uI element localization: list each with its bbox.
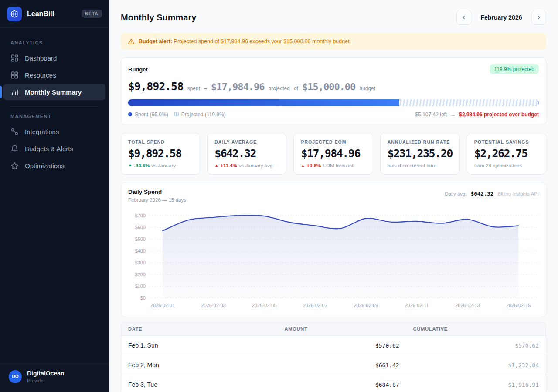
section-management-label: MANAGEMENT	[10, 114, 99, 119]
bell-icon	[10, 145, 19, 153]
projected-amount: $17,984.96	[211, 81, 264, 92]
sidebar-item-label: Resources	[25, 71, 56, 79]
beta-badge: BETA	[82, 10, 102, 18]
chart-source: Billing Insights API	[497, 191, 539, 196]
over-budget-text: $2,984.96 projected over budget	[459, 112, 539, 118]
stat-label: PROJECTED EOM	[301, 139, 365, 145]
next-month-button[interactable]	[531, 10, 546, 25]
current-month-label: February 2026	[477, 14, 525, 21]
stat-label: ANNUALIZED RUN RATE	[388, 139, 453, 145]
sidebar-item-integrations[interactable]: Integrations	[3, 123, 105, 140]
svg-text:2026-02-15: 2026-02-15	[506, 303, 531, 308]
chart-area	[163, 215, 518, 298]
up-arrow-icon: ▲	[301, 163, 305, 168]
budget-alert-banner: Budget alert: Projected spend of $17,984…	[121, 33, 546, 50]
svg-text:2026-02-03: 2026-02-03	[201, 303, 225, 308]
column-header-date: DATE	[128, 326, 280, 331]
stat-suffix: vs January avg	[239, 163, 272, 168]
sidebar-item-monthly-summary[interactable]: Monthly Summary	[3, 84, 105, 100]
column-header-cumulative: CUMULATIVE	[399, 326, 539, 331]
stat-delta: +0.6%	[306, 163, 321, 168]
svg-text:2026-02-11: 2026-02-11	[405, 303, 429, 308]
stat-annualized-run-rate: ANNUALIZED RUN RATE $231,235.20 based on…	[380, 133, 460, 175]
projected-label: projected	[269, 85, 290, 91]
brand: LeanBill BETA	[0, 0, 109, 28]
warning-icon	[128, 38, 135, 45]
svg-text:2026-02-13: 2026-02-13	[455, 303, 480, 308]
sidebar-item-optimizations[interactable]: Optimizations	[3, 157, 105, 174]
svg-text:2026-02-05: 2026-02-05	[252, 303, 276, 308]
table-row[interactable]: Feb 3, Tue $684.87 $1,916.91	[121, 375, 546, 392]
sidebar-item-dashboard[interactable]: Dashboard	[3, 50, 105, 66]
provider-account[interactable]: DO DigitalOcean Provider	[0, 363, 109, 392]
prev-month-button[interactable]	[456, 10, 471, 25]
page-title: Monthly Summary	[121, 13, 456, 23]
stat-suffix: EOM forecast	[323, 163, 353, 168]
svg-text:$500: $500	[135, 237, 146, 242]
cell-amount: $661.42	[280, 362, 399, 368]
up-arrow-icon: ▲	[214, 163, 218, 168]
svg-text:2026-02-09: 2026-02-09	[354, 303, 378, 308]
stat-projected-eom: PROJECTED EOM $17,984.96 ▲+0.6%EOM forec…	[293, 133, 373, 175]
stat-potential-savings: POTENTIAL SAVINGS $2,262.75 from 28 opti…	[467, 133, 546, 175]
svg-text:$700: $700	[135, 213, 146, 218]
stat-label: TOTAL SPEND	[128, 139, 193, 145]
budget-progress-track	[128, 99, 539, 106]
chart-y-labels: $0$100$200$300$400$500$600$700	[135, 213, 146, 301]
daily-avg-label: Daily avg:	[445, 191, 467, 196]
daily-spend-table: DATE AMOUNT CUMULATIVE Feb 1, Sun $570.6…	[121, 322, 546, 392]
sidebar-item-label: Integrations	[25, 128, 59, 135]
daily-spend-card: Daily Spend February 2026 — 15 days Dail…	[121, 182, 546, 317]
avatar: DO	[9, 370, 22, 383]
daily-spend-chart: $0$100$200$300$400$500$600$700 2026-02-0…	[128, 203, 540, 312]
stat-delta: -44.6%	[134, 163, 150, 168]
sidebar-item-label: Dashboard	[25, 54, 57, 62]
spent-amount: $9,892.58	[128, 80, 183, 93]
svg-text:$0: $0	[140, 295, 146, 301]
stat-cards: TOTAL SPEND $9,892.58 ▼-44.6%vs January …	[121, 133, 546, 175]
cell-amount: $570.62	[280, 342, 399, 349]
projected-badge: 119.9% projected	[490, 64, 539, 74]
chart-subtitle: February 2026 — 15 days	[128, 197, 186, 203]
table-row[interactable]: Feb 1, Sun $570.62 $570.62	[121, 336, 546, 355]
sidebar-item-label: Monthly Summary	[25, 88, 82, 96]
cell-amount: $684.87	[280, 382, 399, 388]
sidebar-item-budgets-alerts[interactable]: Budgets & Alerts	[3, 140, 105, 157]
cell-date: Feb 2, Mon	[128, 362, 280, 368]
of-label: of	[294, 85, 298, 91]
bar-chart-icon	[10, 88, 19, 96]
svg-text:2026-02-01: 2026-02-01	[150, 303, 175, 308]
stat-value: $17,984.96	[301, 147, 365, 160]
budget-label: budget	[359, 85, 375, 91]
svg-text:$100: $100	[135, 284, 146, 289]
table-row[interactable]: Feb 2, Mon $661.42 $1,232.04	[121, 355, 546, 375]
stat-suffix: vs January	[151, 163, 176, 168]
chart-title: Daily Spend	[128, 189, 186, 195]
cell-cumulative: $1,232.04	[399, 362, 539, 368]
svg-text:$400: $400	[135, 248, 146, 253]
provider-role: Provider	[27, 378, 65, 383]
stat-delta: +11.4%	[220, 163, 237, 168]
cell-cumulative: $570.62	[399, 342, 539, 349]
month-navigator: February 2026	[456, 10, 546, 25]
sidebar-item-resources[interactable]: Resources	[3, 67, 105, 83]
leanbill-logo-icon	[7, 7, 22, 21]
stat-value: $642.32	[214, 147, 279, 160]
stat-total-spend: TOTAL SPEND $9,892.58 ▼-44.6%vs January	[121, 133, 200, 175]
svg-text:$600: $600	[135, 225, 146, 230]
cell-date: Feb 1, Sun	[128, 342, 280, 349]
spent-dot-icon	[128, 112, 132, 116]
stat-suffix: based on current burn	[388, 163, 437, 168]
column-header-amount: AMOUNT	[280, 326, 399, 331]
section-analytics-label: ANALYTICS	[10, 40, 99, 45]
svg-text:2026-02-07: 2026-02-07	[303, 303, 327, 308]
stat-label: DAILY AVERAGE	[214, 139, 279, 145]
down-arrow-icon: ▼	[128, 163, 132, 168]
table-header-row: DATE AMOUNT CUMULATIVE	[121, 322, 546, 336]
sidebar: LeanBill BETA ANALYTICS Dashboard Resour…	[0, 0, 109, 392]
budget-amount: $15,000.00	[302, 81, 355, 92]
alert-label: Budget alert:	[139, 38, 172, 44]
sidebar-nav: ANALYTICS Dashboard Resources Monthly Su…	[0, 28, 109, 174]
stat-label: POTENTIAL SAVINGS	[474, 139, 539, 145]
svg-text:$300: $300	[135, 260, 146, 265]
